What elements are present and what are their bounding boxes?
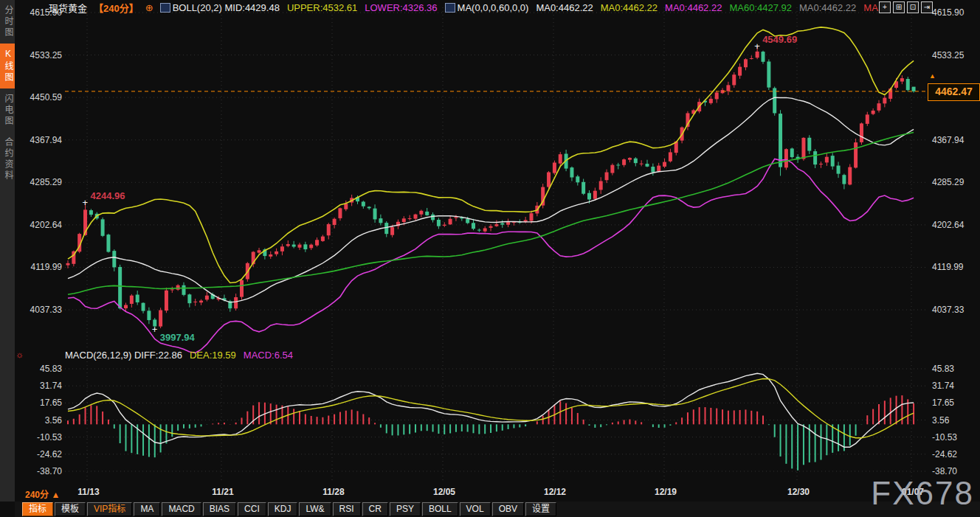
extreme-price-label: 4549.69 xyxy=(762,34,797,45)
chart-application: 分时图K线图闪电图合约资料 现货黄金 【240分】 ⊕ BOLL(20,2) M… xyxy=(0,0,980,517)
legend-text: BOLL(20,2) MID:4429.48 xyxy=(173,2,280,13)
pan-icon[interactable]: + xyxy=(879,1,891,13)
legend-item: UPPER:4532.61 xyxy=(287,2,357,13)
exit-chart-icon[interactable]: ⇥ xyxy=(921,1,933,13)
macd-header: MACD(26,12,9) DIFF:22.86 DEA:19.59 MACD:… xyxy=(65,350,293,361)
extreme-marker-icon: + xyxy=(152,324,158,335)
toolbar-button-RSI[interactable]: RSI xyxy=(333,502,361,516)
left-sidebar: 分时图K线图闪电图合约资料 xyxy=(0,0,15,502)
toolbar-button-OBV[interactable]: OBV xyxy=(492,502,524,516)
link-icon[interactable]: ⊕ xyxy=(145,2,153,13)
toolbar-button-BIAS[interactable]: BIAS xyxy=(203,502,236,516)
legend-text: LOWER:4326.36 xyxy=(365,2,437,13)
toolbar-button-MACD[interactable]: MACD xyxy=(162,502,201,516)
legend-item: BOLL(20,2) MID:4429.48 xyxy=(160,2,280,13)
sidebar-item-0[interactable]: 分时图 xyxy=(0,0,15,44)
macd-marker-icon[interactable]: ☼ xyxy=(15,350,24,360)
indicator-icon xyxy=(445,3,455,13)
toolbar-button-VOL[interactable]: VOL xyxy=(460,502,491,516)
legend-text: MA0:4462.22 xyxy=(601,2,658,13)
price-arrow-icon: ▲ xyxy=(929,72,936,80)
legend-text: MA(0,0,0,60,0,0) xyxy=(458,2,529,13)
x-axis-tick: 12/12 xyxy=(540,487,570,497)
legend-text: UPPER:4532.61 xyxy=(287,2,357,13)
legend-item: MA xyxy=(863,2,878,13)
legend-item: MA0:4462.22 xyxy=(536,2,593,13)
timeframe-label: 【240分】 xyxy=(94,1,139,15)
legend-text: MA0:4462.22 xyxy=(799,2,856,13)
toolbar-button-PSY[interactable]: PSY xyxy=(390,502,421,516)
extreme-price-label: 4244.96 xyxy=(91,190,125,201)
watermark: FX678 xyxy=(871,475,974,512)
legend-item: MA0:4462.22 xyxy=(601,2,658,13)
toolbar-button-KDJ[interactable]: KDJ xyxy=(268,502,298,516)
x-axis-tick: 12/19 xyxy=(651,487,680,497)
sidebar-item-1[interactable]: K线图 xyxy=(0,44,15,89)
toolbar-button-MA[interactable]: MA xyxy=(134,502,160,516)
toolbar-button-CR[interactable]: CR xyxy=(362,502,388,516)
x-axis-tick: 11/21 xyxy=(208,487,238,497)
legend-item: MA60:4427.92 xyxy=(729,2,792,13)
legend-item: MA0:4462.22 xyxy=(665,2,722,13)
legend-item: MA(0,0,0,60,0,0) xyxy=(445,2,529,13)
extreme-price-label: 3997.94 xyxy=(160,332,195,343)
toolbar-button-VIP指标[interactable]: VIP指标 xyxy=(87,502,132,516)
legend-text: MA xyxy=(863,2,878,13)
current-price-badge: 4462.47 xyxy=(928,83,980,101)
chart-header: 现货黄金 【240分】 ⊕ BOLL(20,2) MID:4429.48UPPE… xyxy=(16,0,980,15)
extreme-marker-icon: + xyxy=(754,41,760,52)
macd-diff-value: MACD(26,12,9) DIFF:22.86 xyxy=(65,350,182,361)
macd-dea-value: DEA:19.59 xyxy=(190,350,236,361)
x-axis: 11/1311/2111/2812/0512/1212/1912/3001/07 xyxy=(0,487,980,502)
sidebar-item-3[interactable]: 合约资料 xyxy=(0,132,15,187)
indicator-icon xyxy=(160,3,170,13)
x-axis-tick: 12/30 xyxy=(784,487,813,497)
legend-text: MA0:4462.22 xyxy=(665,2,722,13)
window-icon-toolbar: +⊞⊡⇥ xyxy=(879,1,933,13)
indicator-legend: BOLL(20,2) MID:4429.48UPPER:4532.61LOWER… xyxy=(160,2,878,13)
instrument-title: 现货黄金 xyxy=(49,1,87,15)
x-axis-tick: 11/13 xyxy=(74,487,103,497)
sidebar-item-2[interactable]: 闪电图 xyxy=(0,89,15,132)
legend-text: MA0:4462.22 xyxy=(536,2,593,13)
timeframe-selector[interactable]: 240分 ▲ xyxy=(25,487,60,500)
extreme-marker-icon: + xyxy=(83,197,89,208)
toolbar-button-LW&[interactable]: LW& xyxy=(299,502,331,516)
timeframe-up-arrow-icon: ▲ xyxy=(51,490,60,500)
toolbar-button-模板[interactable]: 模板 xyxy=(55,502,86,516)
bottom-toolbar: 指标模板VIP指标MAMACDBIASCCIKDJLW&RSICRPSYBOLL… xyxy=(15,502,980,517)
x-axis-tick: 12/05 xyxy=(429,487,459,497)
toolbar-button-BOLL[interactable]: BOLL xyxy=(422,502,458,516)
indicator-pane-next-icon[interactable]: ⊡ xyxy=(907,1,919,13)
toolbar-button-指标[interactable]: 指标 xyxy=(22,502,53,516)
timeframe-footer-label: 240分 xyxy=(25,490,49,500)
toolbar-button-设置[interactable]: 设置 xyxy=(525,502,556,516)
chart-canvas[interactable] xyxy=(0,0,980,517)
macd-hist-value: MACD:6.54 xyxy=(244,350,293,361)
indicator-pane-icon[interactable]: ⊞ xyxy=(893,1,905,13)
x-axis-tick: 11/28 xyxy=(319,487,348,497)
legend-item: LOWER:4326.36 xyxy=(365,2,437,13)
toolbar-button-CCI[interactable]: CCI xyxy=(238,502,266,516)
legend-text: MA60:4427.92 xyxy=(729,2,792,13)
legend-item: MA0:4462.22 xyxy=(799,2,856,13)
